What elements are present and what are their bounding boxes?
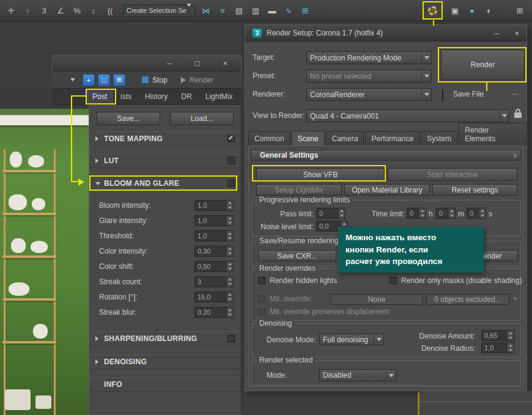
zoom-region-icon[interactable]: ⊞ [113,74,125,86]
general-settings-rollout[interactable]: General Settings x [251,150,521,161]
time-seconds-field[interactable]: 0 [467,208,486,219]
minimize-icon[interactable]: – [167,59,171,68]
tab-lightmix[interactable]: LightMix [199,89,239,105]
bloom-glare-checkbox[interactable] [227,180,235,187]
align-icon[interactable]: ≡ [215,2,230,18]
tab-performance[interactable]: Performance [365,131,419,145]
chevron-down-icon[interactable] [70,78,75,81]
reset-settings-button[interactable]: Reset settings [432,184,517,196]
zoom-fit-icon[interactable]: □ [98,74,110,86]
render-production-icon[interactable]: ● [465,2,479,18]
lock-icon[interactable] [514,112,522,118]
time-minutes-field[interactable]: 0 [436,208,456,219]
rotation-field[interactable]: 15,0 [194,292,234,303]
bloom-intensity-field[interactable]: 1,0 [194,200,234,211]
snaps-toggle-icon[interactable]: 3 [37,2,51,18]
tab-stats[interactable]: ists [114,89,138,105]
mtl-override-none-button[interactable]: None [331,294,423,305]
scene-explorer-icon[interactable]: ▤ [232,2,246,18]
close-icon[interactable]: × [514,29,519,38]
section-tone-mapping[interactable]: TONE MAPPING [89,131,241,146]
save-file-checkbox[interactable] [442,90,443,101]
select-and-move-icon[interactable]: ✛ [4,2,18,18]
add-exclude-button[interactable]: + [513,295,517,303]
rendered-frame-window-icon[interactable]: ▣ [448,2,462,18]
section-denoising[interactable]: DENOISING [89,354,241,369]
target-label: Target: [253,53,275,62]
mirror-icon[interactable]: ⋈ [199,2,213,18]
render-iterative-icon[interactable]: ◐ [482,2,497,18]
render-selected-mode-dropdown[interactable]: Disabled [319,369,396,381]
color-intensity-field[interactable]: 0,30 [194,246,234,257]
noise-level-label: Noise level limit: [257,222,314,231]
pass-limit-field[interactable]: 0 [316,208,345,219]
section-sharpening[interactable]: SHARPENING/BLURRING [89,331,241,346]
select-and-place-icon[interactable]: ↑ [20,2,35,18]
maximize-icon[interactable]: □ [195,59,200,68]
target-dropdown[interactable]: Production Rendering Mode [306,51,432,64]
section-lut[interactable]: LUT [89,153,241,168]
open-material-library-button[interactable]: Open Material Library [344,184,430,196]
curve-editor-icon[interactable]: ∿ [281,2,296,18]
renderer-dropdown[interactable]: CoronaRenderer [306,88,432,101]
color-shift-field[interactable]: 0,50 [194,261,234,272]
tab-common[interactable]: Common [248,131,290,145]
glare-intensity-field[interactable]: 1,0 [194,215,234,226]
section-bloom-glare[interactable]: BLOOM AND GLARE [89,176,241,191]
layer-explorer-icon[interactable]: ▥ [248,2,263,18]
schematic-view-icon[interactable]: ⊞ [298,2,312,18]
streak-blur-field[interactable]: 0,20 [194,307,234,318]
close-icon[interactable]: × [223,59,227,68]
selection-set-dropdown[interactable]: Create Selection Se [123,4,195,17]
tab-camera[interactable]: Camera [326,131,364,145]
angle-snap-icon[interactable]: ∠ [53,2,68,18]
percent-snap-icon[interactable]: % [70,2,84,18]
view-to-render-dropdown[interactable]: Quad 4 - Camera001 [306,109,509,122]
rollout-close-icon[interactable]: x [514,152,517,159]
tab-scene[interactable]: Scene [292,131,325,145]
tab-render-elements[interactable]: Render Elements [459,123,526,145]
ribbon-icon[interactable]: ▬ [265,2,279,18]
render-only-masks-checkbox[interactable] [390,277,397,284]
mtl-override-checkbox[interactable] [258,295,265,303]
minimize-icon[interactable]: – [494,29,498,38]
streak-count-field[interactable]: 3 [194,276,234,287]
denoise-amount-field[interactable]: 0,65 [481,330,514,341]
interior-photo [0,109,89,415]
spinner-snap-icon[interactable]: ↕ [86,2,101,18]
setup-lightmix-button[interactable]: Setup LightMix [256,184,342,196]
denoise-mode-dropdown[interactable]: Full denoising [319,334,384,345]
param-row: Streak count: 3 [89,274,241,289]
stop-button[interactable]: Stop [142,76,168,84]
threshold-field[interactable]: 1,0 [194,230,234,241]
more-options-button[interactable]: ... [512,88,518,97]
show-vfb-button[interactable]: Show VFB [256,168,385,181]
render-hidden-lights-checkbox[interactable] [258,277,265,284]
dialog-titlebar[interactable]: 3 Render Setup: Corona 1.7 (hotfix 4) – … [245,25,526,42]
preserves-displacement-checkbox[interactable] [258,308,265,315]
tone-mapping-checkbox[interactable] [227,135,235,142]
render-button[interactable]: Render [441,50,525,80]
collapsed-arrow-icon [95,158,98,163]
tab-history[interactable]: History [139,89,174,105]
save-cxr-button[interactable]: Save CXR... [258,250,336,262]
load-button[interactable]: Load... [170,112,234,125]
zoom-in-icon[interactable]: + [83,74,95,86]
time-hours-field[interactable]: 0 [407,208,426,219]
render-setup-icon[interactable] [423,1,443,20]
save-button[interactable]: Save... [97,112,160,125]
preset-dropdown[interactable]: No preset selected [306,70,432,83]
tab-dr[interactable]: DR [175,89,198,105]
grid-icon[interactable]: ⊞ [512,2,527,18]
denoise-radius-field[interactable]: 1,0 [481,342,514,353]
tab-post[interactable]: Post [86,89,113,105]
vfb-render-button[interactable]: Render [181,76,213,84]
named-selections-icon[interactable]: {( [103,2,117,18]
section-info[interactable]: INFO [89,377,241,392]
param-row: Streak blur: 0,20 [89,304,241,320]
sharpening-checkbox[interactable] [227,335,235,342]
lut-checkbox[interactable] [227,157,235,164]
tab-system[interactable]: System [421,131,457,145]
objects-excluded-button[interactable]: 0 objects excluded... [426,294,509,305]
start-interactive-button[interactable]: Start interactive [388,168,517,181]
